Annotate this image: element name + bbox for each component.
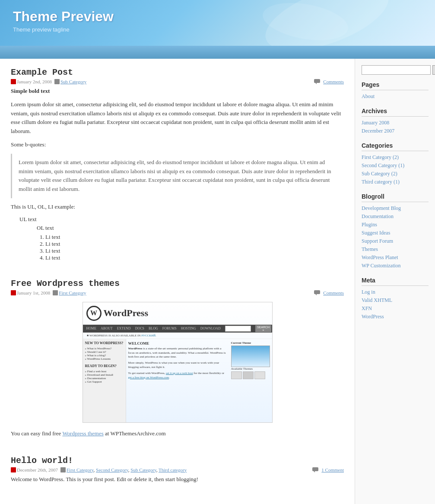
wp-available-note: ★ WORDPRESS IS ALSO AVAILABLE IN РУССКИЙ…: [83, 333, 272, 339]
blogroll-wp-planet[interactable]: WordPress Planet: [362, 254, 398, 260]
post-categories-hello: First Category, Second Category, Sub Cat…: [67, 467, 187, 472]
wp-logo-area: W WordPress: [83, 302, 272, 325]
wp-sidebar-left: NEW TO WORDPRESS? » What is WordPress? »…: [83, 339, 126, 422]
meta-xfn[interactable]: XFN: [362, 305, 372, 311]
archive-dec-2007[interactable]: December 2007: [362, 128, 394, 134]
cat-sub[interactable]: Sub Category: [130, 467, 156, 472]
search-input[interactable]: [362, 65, 431, 75]
list-item: Themes: [362, 246, 429, 253]
post-hello-world: Hello world! December 26th, 2007 First C…: [11, 456, 344, 484]
list-item: Support Forum: [362, 238, 429, 244]
wp-search-input[interactable]: [225, 326, 251, 332]
wp-nav-home: HOME: [86, 326, 97, 330]
bold-intro: Simple bold text: [11, 87, 344, 96]
comment-icon3: [312, 467, 318, 472]
site-title: Theme Preview: [13, 9, 422, 25]
wp-theme-thumbnails: [231, 371, 270, 379]
ol-list: Li text Li text Li text Li text: [45, 234, 344, 261]
post-title-example: Example Post: [11, 67, 344, 77]
comments-link-themes[interactable]: Comments: [323, 290, 344, 295]
post-meta-themes: January 1st, 2008 First Category Comment…: [11, 290, 344, 295]
meta-wordpress[interactable]: WordPress: [362, 314, 384, 320]
comment-bubble-icon: Comments: [314, 79, 344, 84]
comments-link-example[interactable]: Comments: [323, 79, 344, 84]
wp-nav-blog: BLOG: [149, 326, 158, 330]
post-date-example: January 2nd, 2008: [17, 79, 52, 84]
list-item: Li text: [45, 234, 344, 241]
post-title-link-themes[interactable]: Free Wordpress themes: [11, 279, 120, 288]
sidebar-categories: Categories First Category (2) Second Cat…: [362, 142, 429, 185]
search-button[interactable]: Search: [432, 65, 435, 75]
blogroll-wp-customization[interactable]: WP Customization: [362, 263, 401, 269]
cat-second[interactable]: Second Category: [96, 467, 128, 472]
wp-welcome-area: WELCOME WordPress is a state-of-the-art …: [128, 341, 270, 380]
blogroll-suggest-ideas[interactable]: Suggest Ideas: [362, 230, 390, 236]
comment-area-hello: 1 Comment: [312, 467, 344, 472]
sidebar-blogroll: Blogroll Development Blog Documentation …: [362, 193, 429, 269]
ul-text-span: UL text: [19, 216, 37, 222]
svg-rect-0: [314, 79, 320, 83]
wp-thumb2: [243, 371, 254, 379]
wp-nav-hosting: HOSTING: [181, 326, 196, 330]
post-date-themes: January 1st, 2008: [17, 290, 50, 295]
nav-bar: [0, 46, 435, 59]
wp-nav-docs: DOCS: [135, 326, 144, 330]
list-item: Log in: [362, 288, 429, 295]
cat-first-category[interactable]: First Category (2): [362, 154, 399, 160]
wp-wordmark: WordPress: [104, 307, 148, 319]
sidebar-archives: Archives January 2008 December 2007: [362, 108, 429, 134]
meta-xhtml[interactable]: Valid XHTML: [362, 297, 392, 303]
post-content-themes: You can easy find free Wordpress themes …: [11, 429, 344, 438]
wp-get-started-text: To get started with WordPress, set it up…: [128, 371, 228, 380]
site-header: Theme Preview Theme preview tagline: [0, 0, 435, 46]
blogroll-dev-blog[interactable]: Development Blog: [362, 205, 401, 211]
calendar-icon2: [11, 290, 16, 295]
post-category-example[interactable]: Sub Category: [60, 79, 86, 84]
site-tagline: Theme preview tagline: [13, 26, 422, 33]
wp-link4: » WordPress Lessons: [85, 357, 124, 361]
wp-setup-link[interactable]: set it up on a web host: [166, 371, 193, 375]
wp-thumb1: [231, 371, 242, 379]
svg-marker-5: [314, 471, 315, 472]
post-example: Example Post January 2nd, 2008 Sub Categ…: [11, 67, 344, 261]
blogroll-documentation[interactable]: Documentation: [362, 213, 394, 219]
comments-link-hello[interactable]: 1 Comment: [321, 467, 344, 472]
list-item: XFN: [362, 305, 429, 312]
archives-title: Archives: [362, 108, 429, 117]
post-title-link-hello[interactable]: Hello world!: [11, 456, 73, 466]
wp-nav-forums: FORUMS: [162, 326, 177, 330]
cat-third-category[interactable]: Third category (1): [362, 179, 400, 185]
wordpress-themes-link[interactable]: Wordpress themes: [62, 430, 103, 437]
cat-first[interactable]: First Category: [67, 467, 94, 472]
cat-sub-category[interactable]: Sub Category (2): [362, 171, 397, 177]
wp-welcome-heading: WELCOME: [128, 341, 228, 346]
list-item: First Category (2): [362, 154, 429, 161]
list-item: Third category (1): [362, 178, 429, 185]
main-content: Example Post January 2nd, 2008 Sub Categ…: [0, 59, 355, 504]
page-about[interactable]: About: [362, 93, 375, 99]
cat-second-category[interactable]: Second Category (1): [362, 162, 404, 168]
post-date-hello: December 26th, 2007: [17, 467, 58, 472]
post-body-themes: W WordPress HOME ABOUT EXTEND DOCS BLOG …: [11, 302, 344, 438]
svg-marker-3: [315, 294, 317, 295]
wp-begin4: » Get Support: [85, 380, 124, 384]
ol-text: OL text: [37, 225, 344, 231]
post-category-themes[interactable]: First Category: [59, 290, 86, 295]
cat-third[interactable]: Third category: [159, 467, 187, 472]
blogroll-support-forum[interactable]: Support Forum: [362, 238, 393, 244]
blogroll-themes[interactable]: Themes: [362, 246, 378, 252]
archive-jan-2008[interactable]: January 2008: [362, 120, 389, 126]
list-item: December 2007: [362, 127, 429, 134]
wp-free-blog-link[interactable]: get a free blog on WordPress.com: [128, 376, 169, 379]
blogroll-plugins[interactable]: Plugins: [362, 222, 377, 228]
ol-text-span: OL text: [37, 225, 54, 231]
page-wrapper: Example Post January 2nd, 2008 Sub Categ…: [0, 59, 435, 504]
meta-login[interactable]: Log in: [362, 289, 375, 295]
category-icon2: [53, 290, 58, 295]
post-title-link-example[interactable]: Example Post: [11, 67, 73, 77]
archives-list: January 2008 December 2007: [362, 119, 429, 134]
wp-begin2: » Download and Install: [85, 373, 124, 377]
wp-thumb3: [254, 371, 265, 379]
wp-search-btn[interactable]: SEARCH »: [255, 325, 271, 332]
list-item: Documentation: [362, 213, 429, 220]
